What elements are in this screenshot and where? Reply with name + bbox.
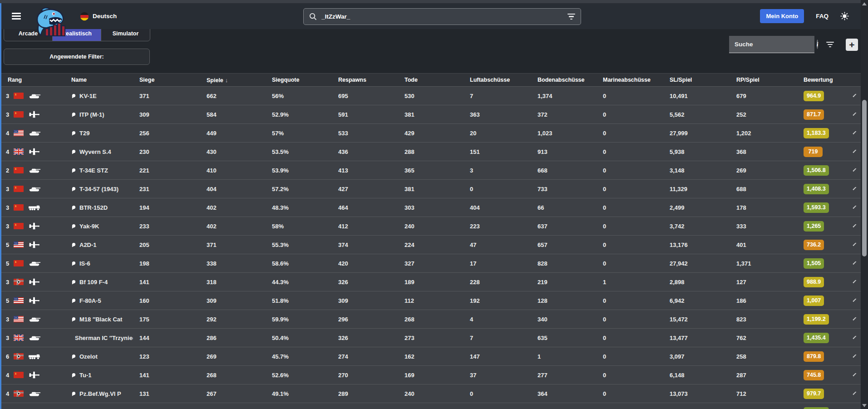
cell-siege: 175 <box>133 316 200 323</box>
chevron-down-icon[interactable] <box>853 168 857 172</box>
vehicle-name-cell[interactable]: Tu-1 <box>65 372 133 379</box>
column-header-rang[interactable]: Rang <box>1 77 65 83</box>
table-row[interactable]: 5IS-619833858.6%42032717828027,9421,3711… <box>1 254 861 272</box>
column-header-siege[interactable]: Siege <box>133 77 200 83</box>
column-header-respawns[interactable]: Respawns <box>332 77 398 83</box>
table-row[interactable]: 4Wyvern S.423043053.5%43628815191305,938… <box>1 142 861 161</box>
table-row[interactable]: 3M18 ″Black Cat17529259.9%2962684340015,… <box>1 310 861 328</box>
vehicle-name-cell[interactable]: T-34-57 (1943) <box>65 186 133 192</box>
chevron-down-icon[interactable] <box>853 150 857 153</box>
table-row[interactable]: 38.8 cm Flak 37 Sfl.10725850.8%264246840… <box>1 403 861 409</box>
vehicle-name-cell[interactable]: F-80A-5 <box>65 297 133 304</box>
vehicle-name-cell[interactable]: BTR-152D <box>65 204 133 211</box>
info-icon[interactable]: i <box>817 39 818 49</box>
chevron-down-icon[interactable] <box>853 94 857 97</box>
column-header-luft[interactable]: Luftabschüsse <box>464 77 531 83</box>
table-row[interactable]: 4Pz.Bef.Wg.VI P13126749.1%2892400364013,… <box>1 384 861 403</box>
cell-siege: 231 <box>133 186 200 192</box>
table-row[interactable]: 3Sherman IC ″Trzyniec14428650.4%32627376… <box>1 328 861 347</box>
rank-cell: 3 <box>1 335 65 341</box>
cell-sl: 6,148 <box>663 372 730 379</box>
cell-marine: 0 <box>597 353 663 360</box>
cell-boden: 657 <box>531 241 597 248</box>
cell-siegquote: 49.1% <box>266 390 332 397</box>
table-row[interactable]: 4T2925644957%533429201,023027,9991,2021,… <box>1 123 861 142</box>
vehicle-name: F-80A-5 <box>79 297 101 304</box>
chevron-down-icon[interactable] <box>853 280 857 283</box>
search-filter-icon[interactable] <box>567 14 575 20</box>
table-row[interactable]: 2T-34E STZ22141053.9%413365366803,148269… <box>1 161 861 179</box>
theme-toggle-sun-icon[interactable] <box>840 12 849 20</box>
table-row[interactable]: 3Bf 109 F-414131844.3%32618922821912,898… <box>1 272 861 291</box>
table-row[interactable]: 3ITP (M-1)30958452.9%59138136337205,5622… <box>1 105 861 123</box>
vehicle-name-cell[interactable]: T-34E STZ <box>65 167 133 174</box>
chevron-down-icon[interactable] <box>853 224 857 227</box>
column-header-bewertung[interactable]: Bewertung <box>797 77 848 83</box>
vehicle-name-cell[interactable]: Ozelot <box>65 353 133 360</box>
account-button[interactable]: Mein Konto <box>760 9 804 23</box>
chevron-down-icon[interactable] <box>853 336 857 339</box>
cell-luft: 37 <box>464 372 531 379</box>
vehicle-name-cell[interactable]: Yak-9K <box>65 223 133 230</box>
vehicle-name-cell[interactable]: M18 ″Black Cat <box>65 316 133 323</box>
chevron-down-icon[interactable] <box>853 299 857 302</box>
table-row[interactable]: 3KV-1E37166256%69553071,374010,491679964… <box>1 86 861 105</box>
table-row[interactable]: 5F-80A-516030951.8%30911219212806,942186… <box>1 291 861 310</box>
cell-boden: 637 <box>531 223 597 230</box>
vehicle-name-cell[interactable]: ITP (M-1) <box>65 111 133 118</box>
add-column-icon[interactable]: + <box>846 39 858 51</box>
rating-cell: 745.8 <box>797 370 848 380</box>
vehicle-name-cell[interactable]: KV-1E <box>65 93 133 99</box>
table-row[interactable]: 3Yak-9K23340258%41224022363703,7423331,2… <box>1 217 861 235</box>
table-row[interactable]: 3BTR-152D19440248.3%4643034046602,499178… <box>1 198 861 217</box>
chevron-down-icon[interactable] <box>853 355 857 358</box>
flag-usa-icon <box>14 297 24 304</box>
rank-cell: 3 <box>1 186 65 192</box>
table-filter-icon[interactable] <box>826 42 834 48</box>
cell-marine: 0 <box>597 204 663 211</box>
rating-cell: 1,007 <box>797 296 848 306</box>
column-header-spiele[interactable]: Spiele↓ <box>200 77 266 84</box>
column-header-rp[interactable]: RP/Spiel <box>730 77 797 83</box>
table-row[interactable]: 6Ozelot12326945.7%274162147103,097258879… <box>1 347 861 365</box>
scroll-up-arrow[interactable] <box>862 2 867 5</box>
vertical-scrollbar[interactable] <box>861 0 868 409</box>
chevron-down-icon[interactable] <box>853 206 857 209</box>
chevron-down-icon[interactable] <box>853 187 857 190</box>
chevron-down-icon[interactable] <box>853 373 857 376</box>
cell-spiele: 410 <box>200 167 266 174</box>
player-search-input[interactable] <box>321 13 567 20</box>
vehicle-name-cell[interactable]: Sherman IC ″Trzyniec <box>65 335 133 341</box>
vehicle-name-cell[interactable]: Pz.Bef.Wg.VI P <box>65 390 133 397</box>
column-header-name[interactable]: Name <box>65 77 133 83</box>
column-header-marine[interactable]: Marineabschüsse <box>597 77 663 83</box>
chevron-down-icon[interactable] <box>853 131 857 134</box>
scroll-down-arrow[interactable] <box>862 404 867 407</box>
table-row[interactable]: 4Tu-114126852.6%2701693727706,148287745.… <box>1 365 861 384</box>
column-header-tode[interactable]: Tode <box>398 77 464 83</box>
chevron-down-icon[interactable] <box>853 113 857 116</box>
column-header-siegquote[interactable]: Siegquote <box>266 77 332 83</box>
shark-chart-logo[interactable] <box>34 7 72 37</box>
scrollbar-thumb[interactable] <box>862 100 867 256</box>
table-row[interactable]: 5A2D-120537155.3%37422447657013,17640173… <box>1 235 861 254</box>
cell-boden: 828 <box>531 260 597 267</box>
table-row[interactable]: 3T-34-57 (1943)23140457.2%4273810733011,… <box>1 179 861 198</box>
vehicle-name-cell[interactable]: Bf 109 F-4 <box>65 279 133 286</box>
cell-marine: 0 <box>597 335 663 341</box>
faq-link[interactable]: FAQ <box>816 13 829 20</box>
column-header-boden[interactable]: Bodenabschüsse <box>531 77 597 83</box>
menu-icon[interactable] <box>12 11 22 21</box>
vehicle-name-cell[interactable]: Wyvern S.4 <box>65 148 133 155</box>
column-header-sl[interactable]: SL/Spiel <box>663 77 730 83</box>
chevron-down-icon[interactable] <box>853 317 857 320</box>
vehicle-name-cell[interactable]: A2D-1 <box>65 241 133 248</box>
chevron-down-icon[interactable] <box>853 261 857 265</box>
table-search-input[interactable] <box>735 41 817 48</box>
chevron-down-icon[interactable] <box>853 392 857 395</box>
chevron-down-icon[interactable] <box>853 243 857 246</box>
vehicle-name-cell[interactable]: T29 <box>65 130 133 137</box>
language-selector[interactable]: Deutsch <box>80 12 117 21</box>
vehicle-name: Tu-1 <box>79 372 91 379</box>
vehicle-name-cell[interactable]: IS-6 <box>65 260 133 267</box>
